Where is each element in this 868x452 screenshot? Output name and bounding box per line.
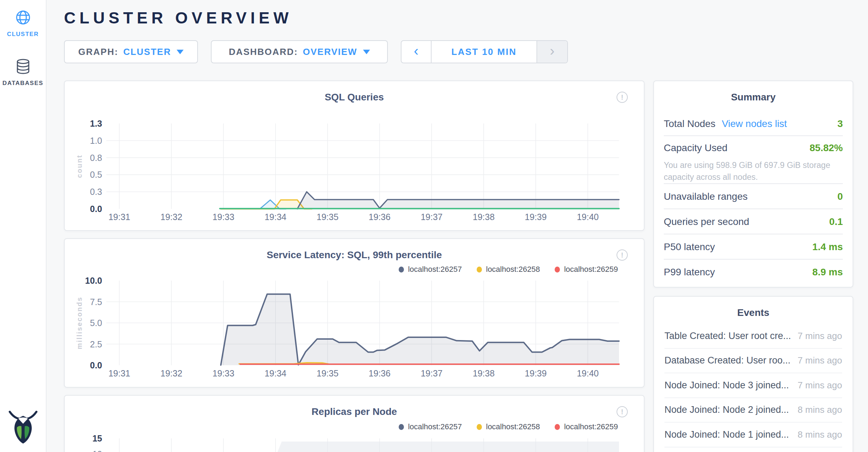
svg-text:2.5: 2.5 bbox=[90, 339, 102, 349]
dashboard-dropdown-value: OVERVIEW bbox=[303, 47, 357, 57]
graph-dropdown[interactable]: GRAPH: CLUSTER bbox=[64, 40, 198, 63]
summary-label: Total NodesView nodes list bbox=[664, 118, 787, 129]
summary-label: Unavailable ranges bbox=[664, 191, 748, 202]
summary-label: Capacity Used bbox=[664, 142, 727, 154]
sql-queries-chart[interactable]: 19:3119:3219:3319:3419:3519:3619:3719:38… bbox=[65, 81, 645, 232]
event-text: Node Joined: Node 1 joined... bbox=[664, 429, 789, 440]
svg-text:0.5: 0.5 bbox=[90, 170, 102, 179]
svg-text:19:31: 19:31 bbox=[108, 368, 130, 378]
event-row: Node Joined: Node 2 joined...8 mins ago bbox=[664, 398, 842, 423]
summary-row-queries-per-second: Queries per second 0.1 bbox=[664, 209, 843, 234]
svg-text:10.0: 10.0 bbox=[85, 276, 102, 285]
chevron-down-icon bbox=[363, 50, 370, 54]
summary-value: 0 bbox=[837, 191, 843, 202]
event-time: 7 mins ago bbox=[798, 355, 842, 366]
summary-row-p99-latency: P99 latency 8.9 ms bbox=[664, 260, 843, 288]
svg-text:0.0: 0.0 bbox=[90, 204, 102, 214]
cockroachdb-logo-icon bbox=[8, 408, 38, 446]
svg-text:19:38: 19:38 bbox=[473, 212, 495, 222]
event-time: 8 mins ago bbox=[798, 429, 842, 440]
svg-text:19:35: 19:35 bbox=[316, 368, 339, 378]
view-nodes-list-link[interactable]: View nodes list bbox=[722, 118, 787, 129]
summary-value: 3 bbox=[837, 118, 843, 129]
time-range-control: ‹ LAST 10 MIN › bbox=[401, 40, 568, 63]
svg-text:0.3: 0.3 bbox=[90, 187, 102, 197]
summary-subtext: You are using 598.9 GiB of 697.9 GiB sto… bbox=[664, 159, 843, 183]
chevron-down-icon bbox=[177, 50, 184, 54]
svg-text:0.8: 0.8 bbox=[90, 153, 102, 163]
svg-text:19:36: 19:36 bbox=[369, 368, 391, 378]
svg-text:0.0: 0.0 bbox=[90, 360, 102, 370]
summary-row-unavailable-ranges: Unavailable ranges 0 bbox=[664, 184, 843, 209]
service-latency-chart[interactable]: 19:3119:3219:3319:3419:3519:3619:3719:38… bbox=[65, 239, 645, 388]
svg-text:19:34: 19:34 bbox=[264, 368, 286, 378]
svg-text:19:31: 19:31 bbox=[108, 212, 130, 222]
summary-panel: Summary Total NodesView nodes list 3 Cap… bbox=[653, 80, 853, 288]
event-text: Table Created: User root cre... bbox=[664, 331, 791, 341]
service-latency-card: Service Latency: SQL, 99th percentile ! … bbox=[64, 238, 645, 388]
replicas-per-node-chart[interactable]: 1510 bbox=[65, 396, 645, 452]
svg-text:19:35: 19:35 bbox=[316, 212, 339, 222]
sidebar-item-cluster[interactable]: CLUSTER bbox=[0, 10, 46, 38]
summary-row-p50-latency: P50 latency 1.4 ms bbox=[664, 234, 843, 260]
time-range-prev-button[interactable]: ‹ bbox=[401, 41, 432, 63]
summary-value: 85.82% bbox=[810, 142, 843, 154]
graph-dropdown-value: CLUSTER bbox=[123, 47, 171, 57]
sidebar-item-databases[interactable]: DATABASES bbox=[0, 59, 46, 87]
summary-row-capacity: Capacity Used 85.82% You are using 598.9… bbox=[664, 136, 843, 184]
graph-dropdown-label: GRAPH: bbox=[78, 47, 119, 57]
database-icon bbox=[16, 59, 30, 76]
event-time: 8 mins ago bbox=[798, 404, 842, 415]
svg-text:7.5: 7.5 bbox=[90, 297, 102, 307]
svg-text:19:40: 19:40 bbox=[577, 212, 599, 222]
events-title: Events bbox=[654, 307, 853, 318]
summary-label: P50 latency bbox=[664, 241, 715, 253]
svg-text:19:37: 19:37 bbox=[421, 368, 443, 378]
sidebar-item-label: CLUSTER bbox=[0, 31, 46, 38]
summary-value: 8.9 ms bbox=[812, 267, 843, 278]
summary-value: 1.4 ms bbox=[812, 241, 843, 253]
summary-row-total-nodes: Total NodesView nodes list 3 bbox=[664, 112, 843, 136]
sidebar-item-label: DATABASES bbox=[0, 80, 46, 87]
event-row: Node Joined: Node 1 joined...8 mins ago bbox=[664, 423, 842, 447]
svg-text:19:34: 19:34 bbox=[264, 212, 286, 222]
chevron-left-icon: ‹ bbox=[414, 44, 418, 58]
event-time: 7 mins ago bbox=[798, 380, 842, 391]
page-title: CLUSTER OVERVIEW bbox=[64, 8, 292, 27]
summary-value: 0.1 bbox=[829, 216, 843, 227]
time-range-current-button[interactable]: LAST 10 MIN bbox=[432, 41, 536, 63]
events-panel: Events Table Created: User root cre...7 … bbox=[653, 296, 853, 452]
svg-text:19:39: 19:39 bbox=[525, 368, 547, 378]
svg-text:19:32: 19:32 bbox=[161, 368, 183, 378]
event-text: Node Joined: Node 2 joined... bbox=[664, 404, 789, 415]
svg-text:19:33: 19:33 bbox=[213, 212, 235, 222]
svg-text:5.0: 5.0 bbox=[90, 318, 102, 328]
sql-queries-card: SQL Queries ! count 19:3119:3219:3319:34… bbox=[64, 80, 645, 231]
svg-text:10: 10 bbox=[92, 449, 102, 452]
dashboard-dropdown[interactable]: DASHBOARD: OVERVIEW bbox=[211, 40, 388, 63]
dashboard-dropdown-label: DASHBOARD: bbox=[229, 47, 298, 57]
events-list: Table Created: User root cre...7 mins ag… bbox=[664, 324, 842, 447]
sidebar: CLUSTER DATABASES bbox=[0, 0, 47, 452]
event-text: Node Joined: Node 3 joined... bbox=[664, 380, 789, 391]
svg-text:19:40: 19:40 bbox=[577, 368, 599, 378]
summary-label: Queries per second bbox=[664, 216, 749, 227]
summary-title: Summary bbox=[654, 92, 853, 103]
svg-text:19:33: 19:33 bbox=[213, 368, 235, 378]
chevron-right-icon: › bbox=[550, 44, 554, 58]
event-time: 7 mins ago bbox=[798, 331, 842, 341]
svg-text:19:36: 19:36 bbox=[369, 212, 391, 222]
event-row: Database Created: User roo...7 mins ago bbox=[664, 349, 842, 374]
svg-text:15: 15 bbox=[92, 433, 102, 443]
event-row: Table Created: User root cre...7 mins ag… bbox=[664, 324, 842, 349]
svg-text:19:38: 19:38 bbox=[473, 368, 495, 378]
summary-label: P99 latency bbox=[664, 267, 715, 278]
svg-text:19:37: 19:37 bbox=[421, 212, 443, 222]
event-text: Database Created: User roo... bbox=[664, 355, 790, 366]
svg-text:1.3: 1.3 bbox=[90, 119, 102, 128]
svg-text:1.0: 1.0 bbox=[90, 136, 102, 146]
svg-text:19:32: 19:32 bbox=[161, 212, 183, 222]
time-range-next-button[interactable]: › bbox=[536, 41, 567, 63]
event-row: Node Joined: Node 3 joined...7 mins ago bbox=[664, 373, 842, 398]
svg-text:19:39: 19:39 bbox=[525, 212, 547, 222]
